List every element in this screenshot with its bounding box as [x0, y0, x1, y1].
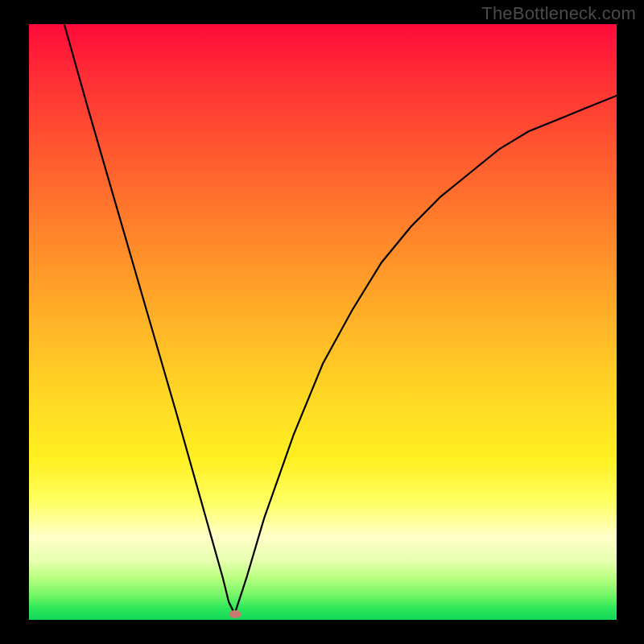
watermark: TheBottleneck.com: [481, 3, 636, 24]
curve-layer: [29, 24, 617, 620]
bottleneck-curve: [64, 24, 617, 614]
min-marker: [229, 610, 241, 618]
chart-root: TheBottleneck.com: [0, 0, 644, 644]
plot-area: [29, 24, 617, 620]
